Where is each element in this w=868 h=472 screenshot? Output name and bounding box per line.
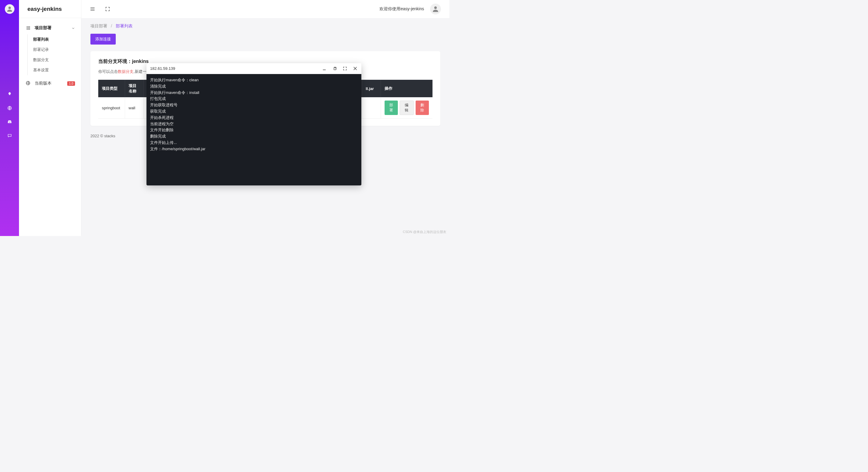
version-badge: 1.0 (67, 81, 75, 86)
svg-rect-10 (29, 29, 30, 30)
welcome-text: 欢迎你使用easy-jenkins (379, 6, 424, 12)
term-line: 文件开始删除 (150, 127, 358, 133)
user-avatar[interactable] (430, 4, 441, 14)
svg-point-0 (8, 7, 11, 9)
th-name: 项目名称 (125, 80, 144, 97)
maximize-icon[interactable] (342, 66, 347, 71)
td-file (362, 97, 381, 119)
topbar: 欢迎你使用easy-jenkins (82, 0, 450, 18)
term-line: 开始执行maven命令：clean (150, 77, 358, 83)
term-line: 文件：/home/springboot/wall.jar (150, 146, 358, 152)
chevron-down-icon (71, 26, 75, 30)
svg-rect-4 (29, 27, 30, 27)
chat-icon[interactable] (7, 133, 12, 138)
hint-suffix: ,新建一 (133, 69, 147, 74)
breadcrumb: 项目部署 / 部署列表 (90, 24, 440, 29)
inbox-icon[interactable] (7, 119, 12, 125)
globe-icon[interactable] (7, 105, 12, 111)
hint-link[interactable]: 数据分支 (118, 69, 133, 74)
svg-rect-5 (27, 28, 27, 28)
restore-icon[interactable] (332, 66, 337, 71)
term-line: 开始执行maven命令：install (150, 90, 358, 96)
svg-rect-13 (334, 68, 336, 70)
hint-prefix: 你可以点击 (98, 69, 118, 74)
th-actions: 操作 (381, 80, 433, 97)
terminal-body[interactable]: 开始执行maven命令：clean 清除完成 开始执行maven命令：insta… (147, 74, 361, 186)
terminal-title: 182.61.59.139 (150, 66, 321, 71)
svg-rect-9 (28, 29, 29, 30)
term-line: 打包完成 (150, 96, 358, 102)
grid-icon (26, 25, 31, 31)
nav-version-label: 当前版本 (35, 81, 67, 86)
th-file: ll.jar (362, 80, 381, 97)
add-connection-button[interactable]: 添加连接 (90, 34, 116, 44)
app-name: easy-jenkins (19, 0, 81, 18)
svg-rect-6 (28, 28, 29, 28)
fullscreen-icon[interactable] (105, 6, 110, 12)
minimize-icon[interactable] (321, 66, 327, 71)
term-line: 开始获取进程号 (150, 102, 358, 108)
term-line: 开始杀死进程 (150, 115, 358, 121)
close-icon[interactable] (352, 66, 358, 71)
nav-parent-deploy[interactable]: 项目部署 (19, 22, 81, 34)
term-line: 清除完成 (150, 83, 358, 90)
edit-button[interactable]: 编辑 (400, 101, 414, 115)
breadcrumb-sep: / (111, 24, 112, 28)
th-type: 项目类型 (98, 80, 125, 97)
nav-parent-label: 项目部署 (35, 25, 71, 31)
deploy-button[interactable]: 部署 (384, 101, 398, 115)
svg-point-12 (434, 6, 437, 9)
svg-rect-7 (29, 28, 30, 28)
term-line: 删除完成 (150, 133, 358, 140)
watermark: CSDN @来自上海的这位朋友 (403, 230, 446, 234)
terminal-window[interactable]: 182.61.59.139 开始执行maven命令：clean 清除完成 开始执… (147, 63, 361, 186)
sidebar: easy-jenkins 项目部署 部署列表 部署记录 数据分支 基本设置 当前… (19, 0, 82, 236)
svg-rect-8 (27, 29, 27, 30)
nav-version[interactable]: 当前版本 1.0 (19, 77, 81, 90)
td-type: springboot (98, 97, 125, 119)
icon-rail (0, 0, 19, 236)
svg-rect-2 (27, 27, 27, 27)
breadcrumb-current: 部署列表 (116, 24, 133, 28)
td-actions: 部署 编辑 删除 (381, 97, 433, 119)
hamburger-icon[interactable] (90, 6, 95, 12)
term-line: 文件开始上传... (150, 140, 358, 146)
rocket-icon[interactable] (7, 92, 12, 97)
breadcrumb-root[interactable]: 项目部署 (90, 24, 107, 28)
nav-child-deploy-list[interactable]: 部署列表 (28, 34, 81, 44)
terminal-header[interactable]: 182.61.59.139 (147, 63, 361, 74)
rail-avatar[interactable] (5, 4, 14, 14)
term-line: 获取完成 (150, 108, 358, 115)
td-name: wall (125, 97, 144, 119)
delete-button[interactable]: 删除 (415, 101, 429, 115)
nav-child-data-branch[interactable]: 数据分支 (28, 55, 81, 65)
globe-icon (26, 81, 31, 86)
nav-child-basic-settings[interactable]: 基本设置 (28, 65, 81, 75)
term-line: 当前进程为空 (150, 121, 358, 127)
svg-rect-3 (28, 27, 29, 27)
nav-child-deploy-records[interactable]: 部署记录 (28, 44, 81, 55)
